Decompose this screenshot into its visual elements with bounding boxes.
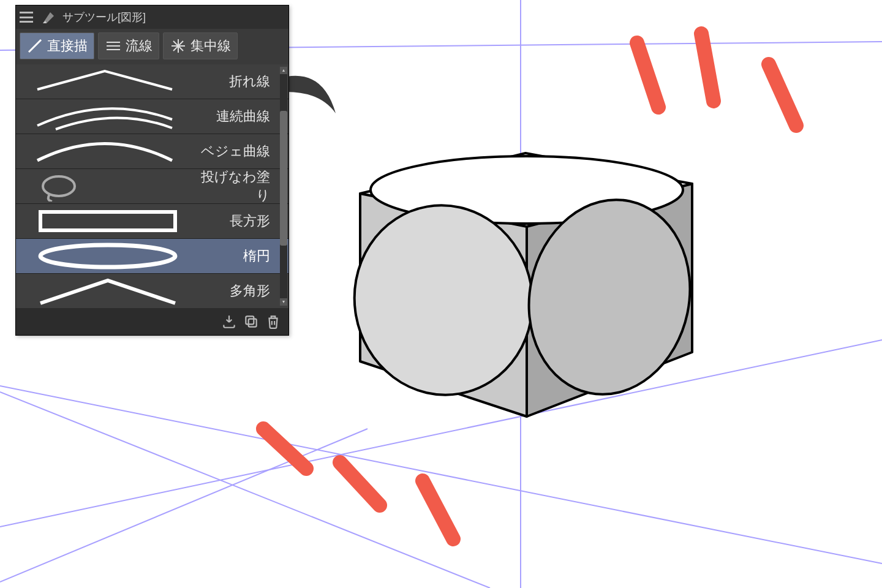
tool-polyline[interactable]: 折れ線 [16,64,288,99]
tool-polygon[interactable]: 多角形 [16,273,288,308]
line-icon [26,37,43,55]
polyline-preview-icon [16,64,194,99]
scroll-thumb[interactable] [280,111,287,246]
svg-line-13 [340,462,380,505]
tab-label: 流線 [126,37,153,55]
svg-line-4 [0,392,490,588]
tool-label: 投げなわ塗り [194,168,288,205]
svg-line-15 [29,40,41,52]
tool-continuous-curve[interactable]: 連続曲線 [16,99,288,134]
ellipse-preview-icon [16,239,194,273]
bezier-preview-icon [16,134,194,168]
lasso-preview-icon [16,169,194,203]
scroll-down-icon[interactable]: ▾ [280,298,287,306]
svg-line-11 [769,64,796,126]
import-icon[interactable] [221,314,237,330]
svg-rect-26 [249,319,257,327]
tab-stream-line[interactable]: 流線 [98,32,159,59]
tab-direct-draw[interactable]: 直接描 [20,32,94,59]
svg-rect-24 [40,212,175,230]
panel-header[interactable]: サブツール[図形] [16,6,288,29]
scroll-up-icon[interactable]: ▴ [280,67,287,74]
tool-label: 連続曲線 [194,107,288,126]
panel-footer [16,308,288,335]
callout-arrow [287,58,348,119]
svg-point-25 [40,245,175,267]
subtool-panel: サブツール[図形] 直接描 流線 集中線 折れ線 [15,5,289,336]
subtool-list: 折れ線 連続曲線 ベジェ曲線 投げなわ塗り 長方形 [16,64,288,308]
rectangle-preview-icon [16,204,194,238]
tab-label: 直接描 [47,37,88,55]
stream-icon [105,37,122,55]
tool-rectangle[interactable]: 長方形 [16,203,288,238]
svg-point-23 [43,176,75,196]
tool-label: 折れ線 [194,72,288,91]
continuous-curve-preview-icon [16,99,194,134]
polygon-preview-icon [16,274,194,308]
box-illustration [339,153,707,417]
burst-icon [170,37,187,55]
svg-line-5 [0,429,368,582]
tool-lasso-fill[interactable]: 投げなわ塗り [16,168,288,203]
svg-line-3 [0,386,882,564]
tool-label: 長方形 [194,212,288,230]
tool-ellipse[interactable]: 楕円 [16,238,288,273]
shape-tool-icon [39,7,59,27]
tab-focus-line[interactable]: 集中線 [163,32,238,59]
duplicate-icon[interactable] [243,314,259,330]
tool-bezier[interactable]: ベジェ曲線 [16,134,288,168]
menu-icon[interactable] [20,12,33,23]
tool-label: 多角形 [194,282,288,300]
svg-line-14 [423,481,453,539]
tool-label: 楕円 [194,247,288,265]
delete-icon[interactable] [265,314,281,330]
tab-label: 集中線 [190,37,231,55]
tool-label: ベジェ曲線 [194,142,288,160]
panel-title: サブツール[図形] [62,10,146,24]
tab-bar: 直接描 流線 集中線 [16,29,288,64]
scroll-track[interactable] [280,74,287,298]
svg-rect-27 [246,316,254,324]
svg-line-9 [637,43,658,107]
list-scrollbar[interactable]: ▴ ▾ [280,67,287,306]
